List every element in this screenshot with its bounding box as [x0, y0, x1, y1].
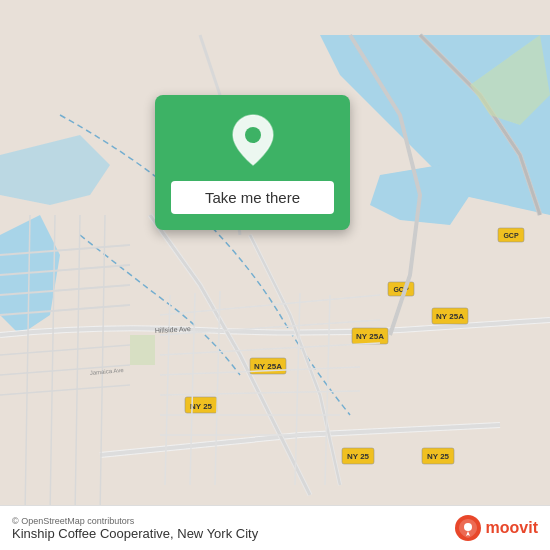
svg-text:GCP: GCP — [503, 232, 519, 239]
location-card: Take me there — [155, 95, 350, 230]
moovit-icon — [454, 514, 482, 542]
svg-text:NY 25: NY 25 — [427, 452, 450, 461]
svg-text:NY 25A: NY 25A — [356, 332, 384, 341]
map-background: NY 25 NY 25A NY 25A NY 25A NY 25 NY 25 G… — [0, 0, 550, 550]
take-me-there-button[interactable]: Take me there — [171, 181, 334, 214]
location-pin-icon — [231, 113, 275, 171]
svg-text:NY 25: NY 25 — [190, 402, 213, 411]
bottom-left-info: © OpenStreetMap contributors Kinship Cof… — [12, 516, 258, 541]
svg-point-45 — [464, 523, 472, 531]
svg-rect-40 — [130, 335, 155, 365]
map-container: NY 25 NY 25A NY 25A NY 25A NY 25 NY 25 G… — [0, 0, 550, 550]
map-attribution: © OpenStreetMap contributors — [12, 516, 258, 526]
place-name-label: Kinship Coffee Cooperative, New York Cit… — [12, 526, 258, 541]
svg-text:NY 25A: NY 25A — [436, 312, 464, 321]
bottom-info-bar: © OpenStreetMap contributors Kinship Cof… — [0, 505, 550, 550]
moovit-brand-text: moovit — [486, 519, 538, 537]
svg-point-43 — [245, 127, 261, 143]
moovit-logo: moovit — [454, 514, 538, 542]
svg-text:NY 25: NY 25 — [347, 452, 370, 461]
